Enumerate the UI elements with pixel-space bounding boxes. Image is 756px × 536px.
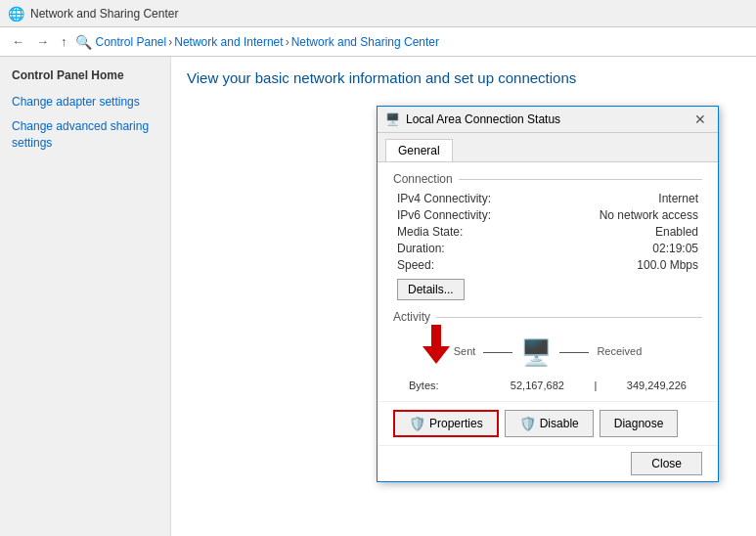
ipv4-value: Internet xyxy=(658,192,698,205)
close-button[interactable]: Close xyxy=(631,452,702,475)
speed-value: 100.0 Mbps xyxy=(637,258,698,272)
connection-header: Connection xyxy=(393,172,702,186)
connection-section: Connection IPv4 Connectivity: Internet I… xyxy=(393,172,702,300)
ipv4-row: IPv4 Connectivity: Internet xyxy=(393,192,702,205)
sent-bytes: 52,167,682 xyxy=(511,380,564,391)
breadcrumb-control-panel[interactable]: Control Panel xyxy=(96,35,167,49)
activity-header: Activity xyxy=(393,310,702,324)
breadcrumb: Control Panel › Network and Internet › N… xyxy=(96,35,440,49)
sent-label: Sent xyxy=(454,345,476,361)
media-label: Media State: xyxy=(397,225,463,239)
duration-row: Duration: 02:19:05 xyxy=(393,242,702,255)
dialog-title: Local Area Connection Status xyxy=(406,112,560,126)
activity-annotation-arrow xyxy=(422,325,450,364)
dialog-close-bottom: Close xyxy=(378,445,718,481)
diagnose-button[interactable]: Diagnose xyxy=(600,410,679,437)
received-line xyxy=(559,352,589,353)
window-title: Network and Sharing Center xyxy=(30,7,178,21)
breadcrumb-sharing-center[interactable]: Network and Sharing Center xyxy=(291,35,439,49)
breadcrumb-network-internet[interactable]: Network and Internet xyxy=(174,35,283,49)
dialog-title-bar: 🖥️ Local Area Connection Status ✕ xyxy=(378,107,718,133)
computer-icon: 🖥️ xyxy=(520,337,552,368)
properties-button[interactable]: 🛡️ Properties xyxy=(393,410,499,437)
bytes-row: Bytes: 52,167,682 | 349,249,226 xyxy=(393,380,702,391)
dialog-body: Connection IPv4 Connectivity: Internet I… xyxy=(378,162,718,401)
speed-label: Speed: xyxy=(397,258,434,272)
disable-button[interactable]: 🛡️ Disable xyxy=(505,410,594,437)
title-bar: 🌐 Network and Sharing Center xyxy=(0,0,756,27)
sent-bytes-spacer xyxy=(468,380,480,391)
window-icon: 🌐 xyxy=(8,6,24,22)
back-button[interactable]: ← xyxy=(8,32,28,51)
up-button[interactable]: ↑ xyxy=(57,32,71,51)
speed-row: Speed: 100.0 Mbps xyxy=(393,258,702,272)
forward-button[interactable]: → xyxy=(32,32,53,51)
location-icon: 🔍 xyxy=(75,34,92,50)
page-title: View your basic network information and … xyxy=(187,68,740,88)
dialog-tabs: General xyxy=(378,133,718,162)
sidebar-link-advanced[interactable]: Change advanced sharingsettings xyxy=(12,118,158,152)
media-row: Media State: Enabled xyxy=(393,225,702,239)
dialog-footer: 🛡️ Properties 🛡️ Disable Diagnose xyxy=(378,401,718,445)
activity-section: Activity Sent 🖥️ xyxy=(393,310,702,391)
content-area: View your basic network information and … xyxy=(171,57,756,536)
ipv6-row: IPv6 Connectivity: No network access xyxy=(393,208,702,222)
sidebar-title: Control Panel Home xyxy=(12,68,158,82)
properties-shield-icon: 🛡️ xyxy=(409,416,425,431)
sidebar: Control Panel Home Change adapter settin… xyxy=(0,57,171,536)
details-button[interactable]: Details... xyxy=(397,279,465,300)
disable-shield-icon: 🛡️ xyxy=(519,416,536,431)
media-value: Enabled xyxy=(655,225,698,239)
duration-value: 02:19:05 xyxy=(652,242,698,255)
sent-line xyxy=(483,352,512,353)
received-bytes: 349,249,226 xyxy=(627,380,687,391)
sidebar-link-adapter[interactable]: Change adapter settings xyxy=(12,94,158,111)
dialog-local-connection-status: 🖥️ Local Area Connection Status ✕ Genera… xyxy=(377,106,719,482)
address-bar: ← → ↑ 🔍 Control Panel › Network and Inte… xyxy=(0,27,756,57)
duration-label: Duration: xyxy=(397,242,445,255)
ipv6-value: No network access xyxy=(600,208,698,222)
dialog-close-button[interactable]: ✕ xyxy=(690,112,710,127)
received-label: Received xyxy=(597,345,642,361)
dialog-icon: 🖥️ xyxy=(385,112,400,126)
ipv6-label: IPv6 Connectivity: xyxy=(397,208,491,222)
tab-general[interactable]: General xyxy=(385,139,453,161)
main-layout: Control Panel Home Change adapter settin… xyxy=(0,57,756,536)
ipv4-label: IPv4 Connectivity: xyxy=(397,192,491,205)
bytes-label: Bytes: xyxy=(409,380,439,391)
